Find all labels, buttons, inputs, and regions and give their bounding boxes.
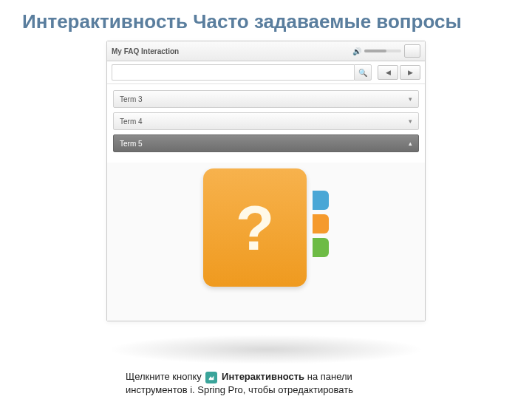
volume-icon[interactable]: 🔊 [352,47,361,55]
chevron-down-icon: ▾ [409,95,412,103]
search-box: 🔍 [112,64,372,81]
terms-list: Term 3 ▾ Term 4 ▾ Term 5 ▴ [107,84,425,163]
tab-orange [313,214,329,233]
nav-prev-button[interactable]: ◀ [378,65,398,80]
faq-illustration: ? [203,166,329,299]
instruction-prefix: Щелкните кнопку [126,371,204,382]
interactivity-icon [205,372,217,383]
search-icon: 🔍 [358,69,367,77]
app-header: My FAQ Interaction 🔊 [107,41,425,61]
term-label: Term 5 [120,140,143,148]
options-button[interactable] [404,44,420,58]
instruction-bold: Интерактивность [222,371,304,382]
app-frame: My FAQ Interaction 🔊 🔍 ◀ ▶ Term 3 ▾ Term… [106,41,426,321]
tab-blue [313,191,329,210]
chevron-up-icon: ▴ [409,140,412,147]
search-input[interactable] [112,64,354,81]
term-content: ? [107,163,425,321]
volume-slider[interactable] [364,50,401,52]
term-row-active[interactable]: Term 5 ▴ [113,134,419,152]
faq-card: ? [203,168,307,287]
search-button[interactable]: 🔍 [354,64,372,81]
nav-buttons: ◀ ▶ [378,65,420,80]
app-title: My FAQ Interaction [112,47,179,55]
question-mark-icon: ? [236,196,275,259]
reflection-shadow [107,335,425,364]
header-controls: 🔊 [352,44,420,58]
page-title: Интерактивность Часто задаваемые вопросы [22,10,532,33]
instruction-text: Щелкните кнопку Интерактивность на панел… [126,370,406,399]
nav-next-button[interactable]: ▶ [400,65,420,80]
term-label: Term 3 [120,95,143,103]
term-label: Term 4 [120,117,143,126]
term-row[interactable]: Term 3 ▾ [113,90,419,108]
search-row: 🔍 ◀ ▶ [107,61,425,84]
chevron-down-icon: ▾ [409,117,412,125]
term-row[interactable]: Term 4 ▾ [113,112,419,130]
tab-green [313,238,329,257]
